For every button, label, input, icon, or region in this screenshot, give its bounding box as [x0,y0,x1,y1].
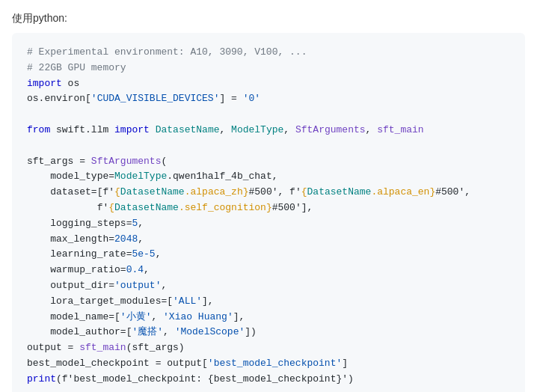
sftarguments-call: SftArguments [91,156,162,167]
import-os: os [62,78,79,89]
import-keyword2: import [114,124,150,135]
from-keyword: from [27,124,50,135]
comment-line-1: # Experimental environment: A10, 3090, V… [27,46,307,58]
sftargs-assign: sft_args = [27,156,91,167]
sftarguments-cls: SftArguments [295,124,366,135]
modeltype-cls: ModelType [231,124,283,135]
dataset-name-cls: DatasetName [156,124,220,135]
environ-line: os.environ['CUDA_VISIBLE_DEVICES'] = '0' [27,93,260,104]
sftmain-fn: sft_main [377,124,423,135]
section-title: 使用python: [12,12,525,25]
comment-line-2: # 22GB GPU memory [27,62,126,73]
import-keyword: import [27,78,62,89]
code-block: # Experimental environment: A10, 3090, V… [12,33,525,392]
